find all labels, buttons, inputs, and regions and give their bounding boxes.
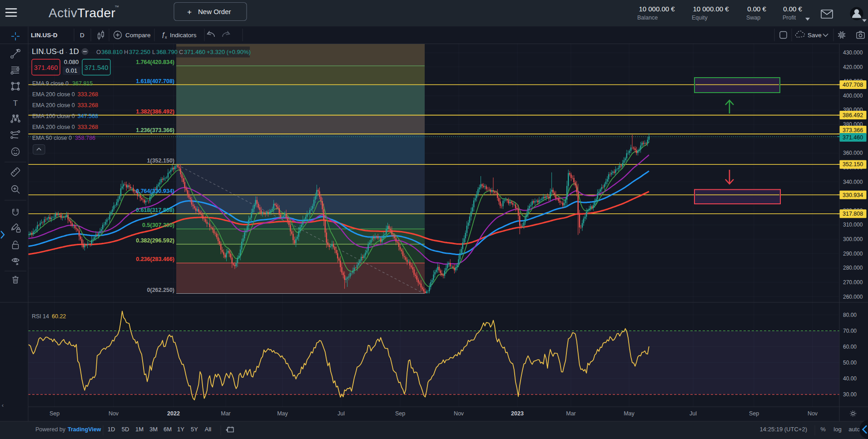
svg-text:400.000: 400.000 xyxy=(843,93,863,99)
svg-text:EMA 200 close 0: EMA 200 close 0 xyxy=(32,91,75,98)
svg-text:50.00: 50.00 xyxy=(843,360,857,366)
svg-text:+: + xyxy=(187,8,192,16)
svg-text:367.815: 367.815 xyxy=(72,80,93,87)
svg-text:6M: 6M xyxy=(164,426,172,433)
svg-text:Mar: Mar xyxy=(221,410,231,417)
svg-text:10 000.00 €: 10 000.00 € xyxy=(639,5,675,13)
svg-text:LIN.US-D: LIN.US-D xyxy=(31,32,58,39)
svg-text:60.00: 60.00 xyxy=(843,344,857,350)
svg-text:1.236(373.366): 1.236(373.366) xyxy=(136,127,174,133)
svg-text:%: % xyxy=(820,426,826,433)
svg-text:EMA 100 close 0: EMA 100 close 0 xyxy=(32,113,75,119)
svg-text:80.00: 80.00 xyxy=(843,312,857,318)
svg-text:EMA 9 close 0: EMA 9 close 0 xyxy=(32,80,69,87)
svg-text:Indicators: Indicators xyxy=(170,32,197,39)
svg-text:+3.320 (+0.90%): +3.320 (+0.90%) xyxy=(207,49,251,55)
svg-text:2023: 2023 xyxy=(511,410,524,417)
svg-text:1D: 1D xyxy=(108,426,115,433)
svg-text:auto: auto xyxy=(848,426,860,433)
svg-text:™: ™ xyxy=(114,5,119,10)
svg-text:May: May xyxy=(277,410,288,417)
svg-text:1M: 1M xyxy=(135,426,144,433)
svg-text:358.786: 358.786 xyxy=(75,135,95,141)
svg-text:0.618(317.808): 0.618(317.808) xyxy=(136,207,174,213)
svg-text:340.000: 340.000 xyxy=(843,179,863,185)
svg-text:1D: 1D xyxy=(69,47,79,56)
svg-text:T: T xyxy=(13,99,18,108)
svg-text:·: · xyxy=(65,49,67,55)
svg-text:371.540: 371.540 xyxy=(84,64,108,71)
svg-text:70.00: 70.00 xyxy=(843,328,857,334)
svg-text:Powered by: Powered by xyxy=(35,426,66,433)
svg-text:1.764(420.834): 1.764(420.834) xyxy=(136,59,174,65)
svg-text:333.268: 333.268 xyxy=(78,102,98,109)
svg-text:260.000: 260.000 xyxy=(843,294,863,300)
svg-text:0.01: 0.01 xyxy=(66,67,77,74)
svg-text:0.00 €: 0.00 € xyxy=(783,5,802,13)
svg-text:L: L xyxy=(152,49,155,55)
svg-text:Sep: Sep xyxy=(749,410,759,417)
svg-text:O: O xyxy=(96,49,101,55)
svg-text:0.764(330.934): 0.764(330.934) xyxy=(136,188,174,194)
svg-text:Jul: Jul xyxy=(689,410,697,417)
svg-text:386.492: 386.492 xyxy=(843,112,863,118)
svg-text:430.000: 430.000 xyxy=(843,49,863,56)
svg-text:368.810: 368.810 xyxy=(101,49,123,55)
svg-text:14: 14 xyxy=(43,313,49,320)
svg-text:Save: Save xyxy=(808,32,822,39)
svg-text:Nov: Nov xyxy=(808,410,818,417)
svg-text:RSI: RSI xyxy=(32,313,41,320)
svg-text:Profit: Profit xyxy=(783,15,796,21)
svg-text:40.00: 40.00 xyxy=(843,375,857,382)
svg-text:New Order: New Order xyxy=(198,8,231,15)
svg-text:1Y: 1Y xyxy=(177,426,184,433)
svg-text:Trader: Trader xyxy=(77,6,115,20)
svg-text:1.382(386.492): 1.382(386.492) xyxy=(136,109,174,115)
svg-text:C: C xyxy=(179,49,183,55)
svg-text:H: H xyxy=(124,49,128,55)
svg-text:Balance: Balance xyxy=(637,15,658,21)
svg-text:3M: 3M xyxy=(149,426,158,433)
svg-text:EMA 50 close 0: EMA 50 close 0 xyxy=(32,135,72,141)
svg-text:LIN.US-d: LIN.US-d xyxy=(32,47,64,56)
svg-text:x: x xyxy=(165,35,167,39)
svg-text:330.934: 330.934 xyxy=(843,192,863,198)
svg-text:373.366: 373.366 xyxy=(843,127,863,133)
svg-text:0.236(283.466): 0.236(283.466) xyxy=(136,256,174,262)
svg-text:Equity: Equity xyxy=(692,15,708,21)
svg-text:Swap: Swap xyxy=(746,15,760,21)
svg-text:Sep: Sep xyxy=(395,410,405,417)
svg-text:Sep: Sep xyxy=(50,410,60,417)
svg-text:14:25:19 (UTC+2): 14:25:19 (UTC+2) xyxy=(760,426,807,433)
svg-text:368.790: 368.790 xyxy=(156,49,178,55)
svg-text:0.080: 0.080 xyxy=(64,59,79,65)
svg-text:0.382(296.592): 0.382(296.592) xyxy=(136,237,174,244)
svg-text:EMA 200 close 0: EMA 200 close 0 xyxy=(32,124,75,130)
svg-text:EMA 200 close 0: EMA 200 close 0 xyxy=(32,102,75,109)
svg-text:Nov: Nov xyxy=(109,410,119,417)
svg-text:352.150: 352.150 xyxy=(843,161,863,168)
svg-text:2022: 2022 xyxy=(167,410,180,417)
svg-text:log: log xyxy=(833,426,841,433)
svg-text:All: All xyxy=(205,426,212,433)
svg-text:0.5(307.200): 0.5(307.200) xyxy=(142,222,174,228)
svg-text:371.460: 371.460 xyxy=(184,49,205,55)
svg-text:310.000: 310.000 xyxy=(843,222,863,228)
svg-text:‹: ‹ xyxy=(2,402,4,409)
svg-text:407.708: 407.708 xyxy=(843,82,863,88)
svg-text:TradingView: TradingView xyxy=(68,426,101,433)
svg-text:5Y: 5Y xyxy=(191,426,198,433)
svg-text:317.808: 317.808 xyxy=(843,211,863,217)
svg-text:360.000: 360.000 xyxy=(843,150,863,156)
svg-text:290.000: 290.000 xyxy=(843,251,863,257)
svg-text:300.000: 300.000 xyxy=(843,236,863,242)
svg-text:372.250: 372.250 xyxy=(129,49,150,55)
svg-text:371.460: 371.460 xyxy=(34,64,58,71)
svg-text:10 000.00 €: 10 000.00 € xyxy=(693,5,729,13)
svg-text:60.22: 60.22 xyxy=(52,313,66,320)
svg-text:333.268: 333.268 xyxy=(78,124,98,130)
svg-text:270.000: 270.000 xyxy=(843,279,863,286)
svg-text:347.568: 347.568 xyxy=(78,113,98,119)
svg-text:May: May xyxy=(624,410,635,417)
svg-text:30.00: 30.00 xyxy=(843,391,857,398)
